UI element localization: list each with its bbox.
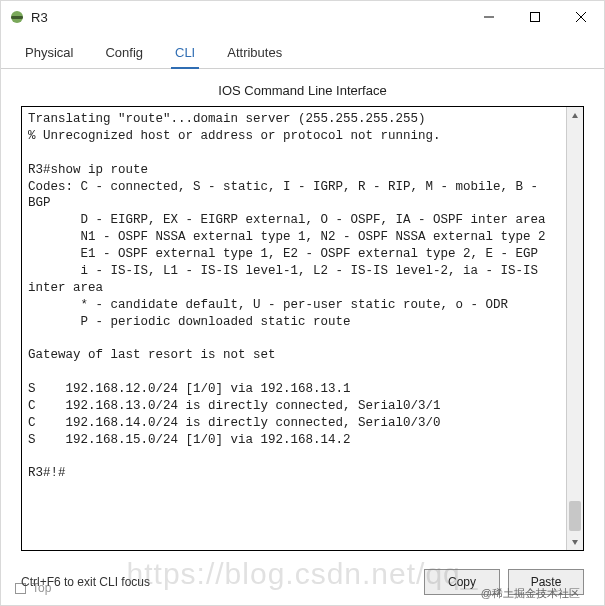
tab-bar: Physical Config CLI Attributes [1, 33, 604, 69]
terminal-scrollbar[interactable] [566, 107, 583, 550]
svg-rect-1 [11, 16, 23, 19]
terminal-output[interactable]: Translating "route"...domain server (255… [22, 107, 566, 550]
scroll-up-icon[interactable] [567, 107, 583, 124]
tab-physical[interactable]: Physical [21, 41, 77, 68]
maximize-button[interactable] [512, 1, 558, 33]
footer-checkbox[interactable]: Top [15, 581, 51, 595]
footer-checkbox-label: Top [32, 581, 51, 595]
cli-pane: IOS Command Line Interface Translating "… [1, 69, 604, 561]
checkbox-icon [15, 583, 26, 594]
paste-button[interactable]: Paste [508, 569, 584, 595]
window-title: R3 [31, 10, 466, 25]
scroll-down-icon[interactable] [567, 533, 583, 550]
svg-marker-7 [572, 540, 578, 545]
tab-cli[interactable]: CLI [171, 41, 199, 68]
scroll-track[interactable] [567, 124, 583, 533]
minimize-button[interactable] [466, 1, 512, 33]
router-icon [9, 9, 25, 25]
tab-attributes[interactable]: Attributes [223, 41, 286, 68]
svg-marker-6 [572, 113, 578, 118]
pane-title: IOS Command Line Interface [21, 83, 584, 98]
copy-button[interactable]: Copy [424, 569, 500, 595]
window-buttons [466, 1, 604, 33]
close-button[interactable] [558, 1, 604, 33]
terminal-container: Translating "route"...domain server (255… [21, 106, 584, 551]
tab-config[interactable]: Config [101, 41, 147, 68]
app-window: R3 Physical Config CLI Attributes IOS Co… [0, 0, 605, 606]
focus-hint: Ctrl+F6 to exit CLI focus [21, 575, 416, 589]
bottom-bar: Ctrl+F6 to exit CLI focus Copy Paste [1, 561, 604, 605]
svg-rect-3 [531, 13, 540, 22]
scroll-thumb[interactable] [569, 501, 581, 531]
titlebar: R3 [1, 1, 604, 33]
